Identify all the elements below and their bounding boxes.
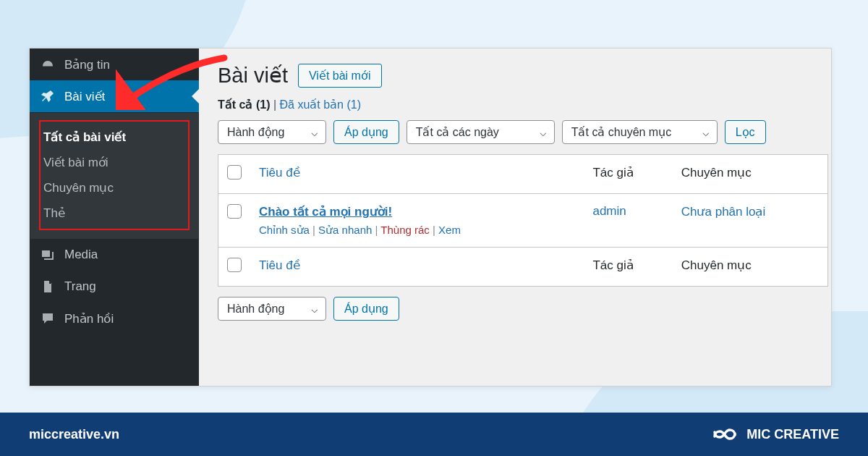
select-all-checkbox-bottom[interactable] [227,258,242,272]
sidebar-item-media[interactable]: Media [30,239,199,271]
column-footer-category: Chuyên mục [673,248,828,287]
action-view[interactable]: Xem [438,224,461,236]
action-quick[interactable]: Sửa nhanh [318,224,372,236]
comment-icon [40,311,56,326]
chevron-down-icon: ⌵ [702,125,710,139]
bulk-action-select-bottom[interactable]: Hành động ⌵ [218,297,326,321]
footer-site: miccreative.vn [29,427,119,442]
sidebar-item-comments[interactable]: Phản hồi [30,303,199,334]
admin-window: Bảng tin Bài viết Tất cả bài viết Viết b… [29,48,832,387]
row-checkbox[interactable] [227,204,242,219]
pin-icon [40,88,56,104]
post-author-link[interactable]: admin [592,204,626,218]
post-category-link[interactable]: Chưa phân loại [681,205,765,219]
page-icon [40,279,56,295]
bulk-action-select[interactable]: Hành động ⌵ [218,120,326,144]
submenu-item-all-posts[interactable]: Tất cả bài viết [41,124,188,150]
column-header-category: Chuyên mục [673,155,828,194]
chevron-down-icon: ⌵ [540,125,547,139]
main-content: Bài viết Viết bài mới Tất cả (1) | Đã xu… [199,48,831,386]
column-footer-author: Tác giả [584,248,672,287]
filter-all[interactable]: Tất cả (1) [218,98,270,111]
sidebar-item-label: Trang [64,279,96,294]
submenu-item-tags[interactable]: Thẻ [41,200,188,226]
footer-brand: MIC CREATIVE [710,426,839,442]
sidebar-item-label: Phản hồi [64,311,114,326]
media-icon [40,247,56,263]
filter-button[interactable]: Lọc [725,120,766,144]
posts-table: Tiêu đề Tác giả Chuyên mục Chào tất cả m… [218,154,828,287]
sidebar-item-dashboard[interactable]: Bảng tin [30,48,199,80]
add-new-button[interactable]: Viết bài mới [298,64,382,88]
submenu-item-categories[interactable]: Chuyên mục [41,175,188,200]
dashboard-icon [40,56,56,72]
page-footer: miccreative.vn MIC CREATIVE [0,413,868,456]
sidebar-item-pages[interactable]: Trang [30,271,199,303]
page-head: Bài viết Viết bài mới [218,63,828,88]
admin-sidebar: Bảng tin Bài viết Tất cả bài viết Viết b… [30,48,199,386]
posts-submenu: Tất cả bài viết Viết bài mới Chuyên mục … [30,113,198,239]
apply-button-top[interactable]: Áp dụng [333,120,399,144]
annotation-highlight: Tất cả bài viết Viết bài mới Chuyên mục … [39,120,190,230]
action-trash[interactable]: Thùng rác [380,224,430,236]
category-filter-select[interactable]: Tất cả chuyên mục ⌵ [562,120,718,144]
chevron-down-icon: ⌵ [311,302,318,316]
post-title-link[interactable]: Chào tất cả mọi người! [259,205,392,219]
action-edit[interactable]: Chỉnh sửa [259,224,310,236]
bottom-toolbar: Hành động ⌵ Áp dụng [218,297,828,321]
sidebar-item-label: Bài viết [64,89,105,104]
filter-published[interactable]: Đã xuất bản (1) [280,98,361,111]
row-actions: Chỉnh sửa | Sửa nhanh | Thùng rác | Xem [259,224,575,237]
sidebar-item-label: Bảng tin [64,57,110,72]
column-footer-title[interactable]: Tiêu đề [250,248,584,287]
sidebar-item-posts[interactable]: Bài viết [30,80,199,112]
apply-button-bottom[interactable]: Áp dụng [333,297,399,321]
column-header-author: Tác giả [584,155,672,194]
date-filter-select[interactable]: Tất cả các ngày ⌵ [407,120,555,144]
infinity-icon [710,426,739,442]
submenu-item-new-post[interactable]: Viết bài mới [41,150,188,175]
page-title: Bài viết [218,63,288,88]
top-toolbar: Hành động ⌵ Áp dụng Tất cả các ngày ⌵ Tấ… [218,120,828,144]
chevron-down-icon: ⌵ [311,125,318,139]
sidebar-item-label: Media [64,248,98,262]
status-filters: Tất cả (1) | Đã xuất bản (1) [218,98,828,111]
table-row: Chào tất cả mọi người! Chỉnh sửa | Sửa n… [218,194,828,248]
select-all-checkbox[interactable] [227,165,242,180]
column-header-title[interactable]: Tiêu đề [250,155,584,194]
